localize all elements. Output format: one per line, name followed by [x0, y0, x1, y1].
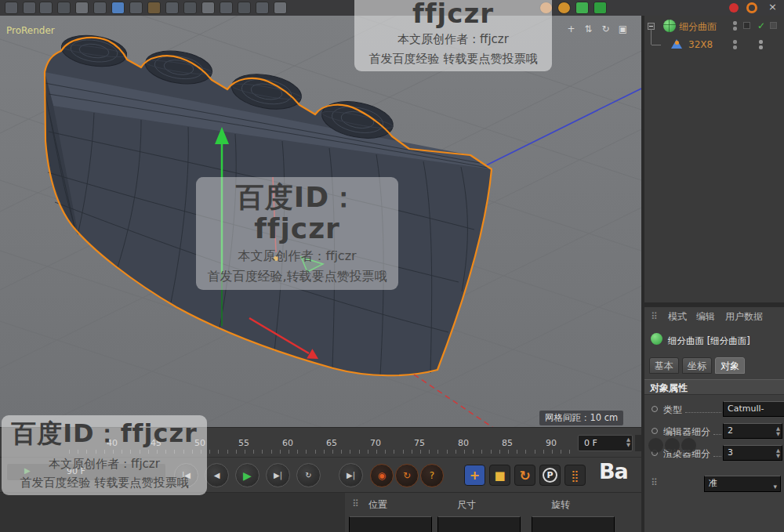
size-x-field[interactable] — [437, 516, 521, 532]
toolbar-icon[interactable] — [557, 2, 571, 14]
toolbar-icon[interactable] — [23, 2, 36, 14]
value-stepper[interactable]: ▲▼ — [776, 448, 780, 459]
ring-icon[interactable] — [746, 2, 757, 13]
render-subdivision-field[interactable]: 3 ▲▼ — [723, 445, 782, 461]
bottom-left-panel — [0, 492, 345, 532]
close-icon[interactable]: × — [768, 1, 777, 13]
tab-coordinates[interactable]: 坐标 — [682, 357, 712, 374]
toolbar-icon[interactable] — [575, 2, 589, 14]
current-frame-field[interactable]: 0 F ▲▼ — [578, 435, 633, 451]
position-x-field[interactable] — [349, 516, 432, 532]
tag-icon[interactable] — [770, 22, 777, 29]
layer-swatch-icon[interactable] — [743, 22, 750, 29]
subdivision-surface-icon — [651, 333, 662, 345]
cinema4d-window: × — [0, 0, 784, 532]
move-tool-button[interactable]: + — [464, 465, 485, 486]
coordinate-manager: ⠿ 位置 尺寸 旋转 — [345, 492, 641, 532]
panel-grip-icon[interactable]: ⠿ — [651, 477, 658, 488]
state-dots-icon[interactable] — [759, 40, 764, 51]
rotation-h-field[interactable] — [532, 516, 615, 532]
enable-check-icon[interactable]: ✓ — [757, 20, 765, 31]
coord-system-button[interactable]: P — [539, 465, 561, 486]
type-dropdown[interactable]: Catmull- — [723, 401, 784, 417]
rotate-icon[interactable]: ↻ — [600, 24, 612, 35]
subdivision-surface-icon — [663, 20, 676, 32]
toolbar-icon[interactable] — [220, 2, 233, 14]
toolbar-icon[interactable] — [57, 2, 71, 14]
scale-tool-button[interactable]: ■ — [489, 465, 510, 486]
loop-button[interactable]: ↻ — [296, 463, 321, 487]
next-key-button[interactable]: ▶| — [266, 463, 290, 487]
record-options-button[interactable]: ? — [420, 464, 444, 487]
model-mesh[interactable] — [45, 31, 492, 375]
object-row-32x8[interactable]: 32X8 — [644, 36, 784, 53]
toolbar-icon[interactable] — [201, 2, 215, 14]
frame-stepper[interactable]: ▲▼ — [626, 437, 630, 448]
animation-dot-icon[interactable] — [652, 428, 658, 434]
viewport-canvas[interactable]: ProRender + ⇅ ↻ ▣ 网格间距：10 cm — [0, 16, 641, 427]
visibility-dots-icon[interactable] — [733, 40, 738, 51]
prop-row-type: 类型 Catmull- — [644, 400, 784, 420]
menu-edit[interactable]: 编辑 — [696, 310, 715, 324]
toolbar-icon[interactable] — [129, 2, 143, 14]
timeline-tick: 55 — [238, 438, 249, 448]
toolbar-icon[interactable] — [593, 2, 607, 14]
preview-range-slider[interactable]: ▶ 90 F — [6, 463, 166, 481]
toolbar-icon[interactable] — [147, 2, 161, 14]
play-button[interactable]: ▶ — [235, 463, 260, 487]
object-label[interactable]: 细分曲面 — [679, 20, 717, 34]
toolbar-icon[interactable] — [165, 2, 179, 14]
prop-row-render-subdivision: 渲染器细分 3 ▲▼ — [644, 443, 784, 464]
toolbar-icon[interactable] — [111, 2, 125, 14]
goto-end-button[interactable]: ▶| — [339, 463, 363, 487]
prop-label: 渲染器细分 — [663, 447, 710, 461]
timeline-corner — [635, 435, 641, 451]
autokey-button[interactable]: ↻ — [395, 464, 419, 487]
rotate-tool-button[interactable]: ↻ — [514, 465, 535, 486]
toolbar-icon[interactable] — [256, 2, 269, 14]
visibility-dots-icon[interactable] — [733, 21, 738, 32]
toolbar-icon[interactable] — [183, 2, 197, 14]
range-end-frame[interactable]: 90 F — [67, 466, 85, 476]
object-label[interactable]: 32X8 — [688, 39, 713, 50]
menu-mode[interactable]: 模式 — [668, 310, 687, 324]
toolbar-icon[interactable] — [539, 2, 553, 14]
pan-icon[interactable]: + — [565, 24, 577, 35]
partial-dropdown[interactable]: 准 ▾ — [704, 476, 781, 492]
snap-grid-button[interactable]: ⣿ — [564, 465, 586, 486]
animation-dot-icon[interactable] — [652, 406, 658, 412]
record-keyframe-button[interactable]: ◉ — [370, 464, 394, 487]
baidu-logo-watermark: Ba — [599, 459, 628, 483]
maximize-icon[interactable]: ▣ — [617, 24, 629, 35]
tab-object[interactable]: 对象 — [715, 357, 745, 374]
section-object-properties[interactable]: 对象属性 — [644, 379, 784, 395]
toolbar-icon[interactable] — [274, 2, 287, 14]
object-row-subdivision[interactable]: 细分曲面 ✓ — [644, 17, 784, 34]
panel-grip-icon[interactable]: ⠿ — [352, 498, 359, 509]
tab-basic[interactable]: 基本 — [649, 357, 679, 374]
dotted-leader — [713, 455, 721, 457]
toolbar-icon[interactable] — [75, 2, 89, 14]
prev-key-button[interactable]: ◀ — [205, 463, 229, 487]
timeline-tick: 85 — [502, 438, 513, 448]
renderer-label: ProRender — [6, 25, 55, 36]
goto-start-button[interactable]: |◀ — [174, 463, 198, 487]
timeline-tick: 90 — [546, 438, 557, 448]
toolbar-icon[interactable] — [93, 2, 107, 14]
menu-userdata[interactable]: 用户数据 — [725, 310, 763, 324]
toolbar-icon[interactable] — [238, 2, 251, 14]
z-axis-line — [478, 89, 641, 169]
animation-dot-icon[interactable] — [652, 450, 658, 456]
dotted-leader — [685, 411, 721, 413]
panel-grip-icon[interactable]: ⠿ — [651, 311, 658, 322]
coord-header-position: 位置 — [368, 498, 387, 512]
zoom-icon[interactable]: ⇅ — [583, 24, 594, 35]
toolbar-icon[interactable] — [5, 2, 18, 14]
top-toolbar: × — [0, 0, 784, 16]
prop-row-editor-subdivision: 编辑器细分 2 ▲▼ — [644, 422, 784, 442]
editor-subdivision-field[interactable]: 2 ▲▼ — [723, 423, 782, 439]
timeline-ruler[interactable]: 40 45 50 55 60 65 70 75 80 85 90 0 F ▲▼ — [0, 427, 641, 458]
toolbar-icon[interactable] — [39, 2, 53, 14]
value-stepper[interactable]: ▲▼ — [776, 426, 780, 437]
record-indicator-icon[interactable] — [729, 3, 739, 13]
